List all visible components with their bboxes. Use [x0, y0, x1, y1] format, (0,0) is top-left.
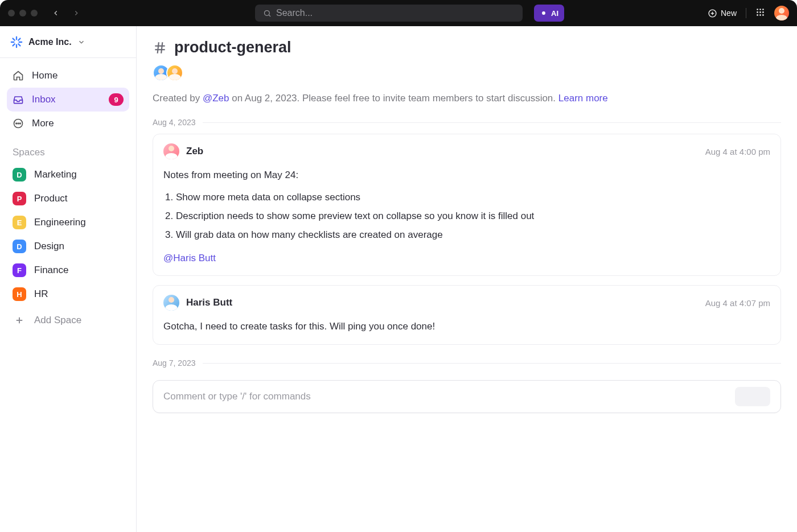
nav-inbox[interactable]: Inbox 9: [7, 88, 129, 112]
space-label: HR: [34, 288, 48, 300]
space-label: Finance: [34, 265, 68, 276]
workspace-logo-icon: [10, 36, 23, 48]
close-dot[interactable]: [8, 10, 15, 17]
hash-icon: [153, 40, 167, 55]
desc-text: on Aug 2, 2023. Please feel free to invi…: [229, 93, 558, 104]
ai-button[interactable]: AI: [534, 5, 564, 22]
learn-more-link[interactable]: Learn more: [558, 93, 608, 104]
search-icon: [263, 9, 272, 18]
svg-line-19: [13, 38, 15, 40]
nav-home-label: Home: [32, 70, 57, 81]
apps-grid-icon[interactable]: [755, 7, 765, 19]
list-item: Show more meta data on collapse sections: [176, 188, 770, 207]
channel-description: Created by @Zeb on Aug 2, 2023. Please f…: [153, 93, 781, 104]
creator-mention[interactable]: @Zeb: [203, 93, 229, 104]
list-item: Will grab data on how many checklists ar…: [176, 226, 770, 245]
author-name: Zeb: [186, 146, 203, 157]
space-label: Product: [34, 193, 68, 204]
space-item-hr[interactable]: HHR: [7, 282, 129, 306]
new-label: New: [721, 9, 737, 18]
member-avatar: [166, 64, 183, 81]
forward-button[interactable]: [69, 6, 83, 20]
author-avatar: [163, 295, 179, 311]
date-label: Aug 7, 2023: [153, 358, 196, 368]
space-item-design[interactable]: DDesign: [7, 234, 129, 258]
max-dot[interactable]: [31, 10, 38, 17]
add-space-label: Add Space: [34, 315, 81, 326]
svg-line-31: [158, 42, 159, 53]
topbar: Search... AI New: [0, 0, 797, 26]
author-name: Haris Butt: [186, 297, 232, 308]
space-chip: P: [13, 192, 26, 205]
date-label: Aug 4, 2023: [153, 118, 196, 127]
message-time: Aug 4 at 4:07 pm: [705, 298, 770, 308]
comment-input[interactable]: [163, 391, 735, 402]
main-content: product-general Created by @Zeb on Aug 2…: [137, 26, 797, 532]
nav-more[interactable]: More: [7, 112, 129, 135]
svg-point-24: [16, 123, 17, 124]
message-card[interactable]: Zeb Aug 4 at 4:00 pm Notes from meeting …: [153, 134, 781, 276]
space-chip: H: [13, 287, 26, 301]
message-card[interactable]: Haris Butt Aug 4 at 4:07 pm Gotcha, I ne…: [153, 285, 781, 345]
back-button[interactable]: [49, 6, 63, 20]
user-mention[interactable]: @Haris Butt: [163, 250, 216, 267]
svg-point-9: [757, 11, 758, 13]
date-separator: Aug 7, 2023: [153, 358, 781, 368]
space-item-finance[interactable]: FFinance: [7, 258, 129, 282]
new-button[interactable]: New: [708, 9, 737, 18]
nav-home[interactable]: Home: [7, 64, 129, 88]
space-item-product[interactable]: PProduct: [7, 187, 129, 211]
desc-text: Created by: [153, 93, 203, 104]
chevron-down-icon: [77, 38, 85, 46]
svg-line-21: [13, 44, 15, 46]
workspace-name: Acme Inc.: [28, 37, 72, 47]
space-chip: D: [13, 240, 26, 253]
channel-members[interactable]: [153, 64, 781, 81]
svg-line-1: [269, 15, 270, 17]
nav-more-label: More: [32, 118, 54, 129]
space-item-engineering[interactable]: EEngineering: [7, 211, 129, 234]
svg-point-7: [759, 9, 761, 10]
svg-line-32: [161, 42, 162, 53]
space-chip: E: [13, 216, 26, 229]
window-controls: [8, 10, 38, 17]
min-dot[interactable]: [19, 10, 26, 17]
spaces-section-title: Spaces: [0, 139, 136, 163]
svg-line-22: [18, 38, 20, 40]
add-space-button[interactable]: Add Space: [7, 308, 129, 332]
svg-point-2: [542, 11, 545, 15]
search-placeholder-text: Search...: [276, 8, 313, 18]
svg-point-13: [759, 14, 761, 16]
svg-point-26: [20, 123, 21, 124]
home-icon: [13, 70, 24, 81]
author-avatar: [163, 143, 179, 159]
workspace-switcher[interactable]: Acme Inc.: [0, 26, 136, 58]
svg-point-11: [762, 11, 764, 13]
ai-spark-icon: [540, 9, 548, 17]
search-input[interactable]: Search...: [255, 5, 523, 22]
inbox-icon: [13, 94, 24, 105]
plus-circle-icon: [708, 9, 717, 18]
user-avatar[interactable]: [774, 6, 789, 20]
space-label: Engineering: [34, 217, 86, 228]
nav-inbox-label: Inbox: [32, 94, 56, 105]
space-item-marketing[interactable]: DMarketing: [7, 163, 129, 187]
ai-label: AI: [551, 9, 558, 18]
plus-icon: [13, 314, 26, 327]
space-chip: F: [13, 263, 26, 277]
svg-line-20: [18, 44, 20, 46]
channel-title: product-general: [174, 39, 291, 56]
send-button[interactable]: [735, 387, 770, 406]
svg-point-0: [265, 10, 270, 15]
svg-point-12: [757, 14, 758, 16]
comment-composer[interactable]: [153, 380, 781, 413]
space-chip: D: [13, 168, 26, 182]
svg-point-8: [762, 9, 764, 10]
space-label: Marketing: [34, 169, 77, 180]
inbox-badge: 9: [109, 93, 124, 106]
message-text: Gotcha, I need to create tasks for this.…: [163, 319, 770, 335]
message-time: Aug 4 at 4:00 pm: [705, 147, 770, 156]
message-intro: Notes from meeting on May 24:: [163, 167, 770, 184]
space-label: Design: [34, 241, 64, 252]
sidebar: Acme Inc. Home Inbox 9 More Spaces DMark…: [0, 26, 137, 532]
